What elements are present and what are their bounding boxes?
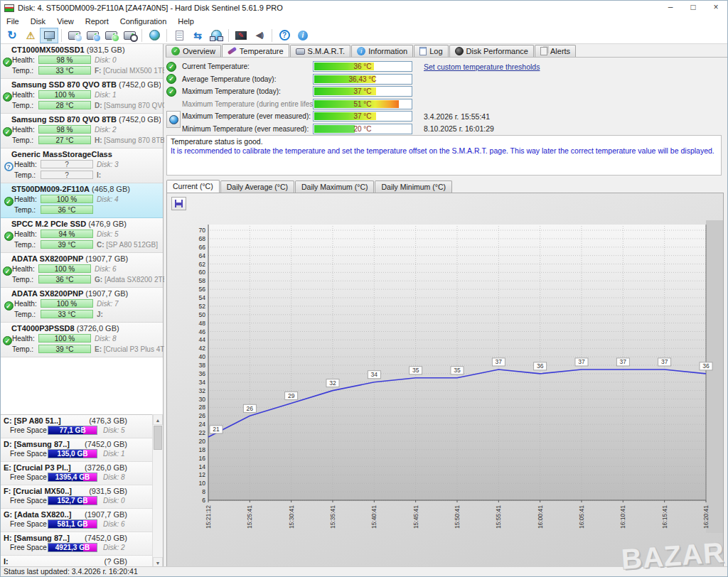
title-bar: Disk: 4. ST500DM009-2F110A [ZA47A0N5] - … (1, 1, 727, 15)
disk-test-button[interactable] (102, 28, 120, 43)
chart-tab-daily-average-c[interactable]: Daily Average (°C) (220, 180, 294, 193)
tab-disk-performance[interactable]: Disk Performance (449, 45, 534, 57)
disk-list-item[interactable]: CT4000P3PSSD8 (3726,0 GB)Health:100 %Dis… (1, 323, 163, 357)
free-space-label: Free Space (10, 426, 48, 434)
menu-view[interactable]: View (51, 17, 80, 26)
alert-button[interactable]: ⚠ (21, 28, 40, 43)
scroll-up-arrow-icon[interactable]: ▲ (153, 414, 163, 425)
disk-list-item[interactable]: SPCC M.2 PCIe SSD (476,9 GB)Health:94 %D… (1, 218, 163, 253)
disk-search-button[interactable] (120, 28, 139, 43)
info-button[interactable]: i (294, 28, 312, 43)
tab-log[interactable]: Log (414, 45, 448, 57)
tab-alerts[interactable]: Alerts (535, 45, 576, 57)
svg-text:32: 32 (329, 379, 336, 387)
disk-test-icon (105, 31, 117, 40)
partition-list-item[interactable]: D: [Samsung 87..](7452,0 GB)Free Space13… (1, 438, 153, 462)
svg-text:38: 38 (199, 362, 206, 369)
chart-tab-daily-minimum-c[interactable]: Daily Minimum (°C) (375, 180, 452, 193)
svg-text:37: 37 (661, 358, 668, 365)
partition-list-item[interactable]: G: [Adata SX820..](1907,7 GB)Free Space5… (1, 509, 153, 532)
minimize-button[interactable]: – (659, 1, 682, 15)
menu-disk[interactable]: Disk (25, 17, 51, 26)
disk-item-body: Health:100 %Disk: 4Temp.:36 °C (3, 193, 161, 215)
menu-help[interactable]: Help (172, 17, 200, 26)
disk-status-icon-column (3, 54, 12, 75)
temp-row: Temp.:33 °CJ: (14, 309, 161, 319)
svg-text:36: 36 (199, 370, 206, 377)
svg-text:48: 48 (199, 320, 206, 327)
tab-overview[interactable]: Overview (166, 45, 221, 57)
health-bar: 98 % (38, 55, 91, 64)
main-tab-bar: OverviewTemperatureS.M.A.R.T.Information… (166, 45, 728, 58)
menu-report[interactable]: Report (80, 17, 114, 26)
drive-letter: I: (97, 171, 101, 179)
free-space-value: 135,0 GB (48, 450, 97, 458)
disk-name: ST500DM009-2F110A (11, 185, 90, 193)
chart-tab-bar: Current (°C)Daily Average (°C)Daily Maxi… (166, 180, 453, 193)
disk-item-body: Health:100 %Disk: 1Temp.:28 °CD: [Samsun… (3, 89, 161, 110)
chart-tab-current-c[interactable]: Current (°C) (166, 180, 220, 193)
speaker-button[interactable]: ◀) (250, 28, 269, 43)
partition-letter: E: [Crucial P3 Pl..] (4, 463, 71, 472)
maximize-button[interactable]: □ (682, 1, 705, 15)
disk-list-item[interactable]: Samsung SSD 870 QVO 8TB (7452,0 GB)Healt… (1, 79, 163, 114)
health-ok-icon (4, 232, 14, 241)
partition-title: F: [Crucial MX50..](931,5 GB) (4, 487, 151, 495)
partition-list-item[interactable]: F: [Crucial MX50..](931,5 GB)Free Space1… (1, 485, 153, 509)
svg-text:16:10:41: 16:10:41 (619, 505, 626, 529)
refresh-button[interactable]: ↻ (3, 28, 21, 43)
svg-text:6: 6 (202, 497, 205, 504)
svg-text:35: 35 (412, 367, 419, 374)
scrollbar-thumb[interactable] (154, 426, 162, 450)
network-button[interactable] (207, 28, 225, 43)
partition-size: (476,3 GB) (89, 416, 127, 425)
temp-bar: 36 °C (38, 275, 91, 284)
globe-button[interactable] (145, 28, 164, 43)
partition-list-item[interactable]: C: [SP A80 51..](476,3 GB)Free Space77,1… (1, 415, 153, 438)
sync-button[interactable]: ⇆ (188, 28, 207, 43)
temperature-summary: Current Temperature:36 °CSet custom temp… (166, 60, 540, 135)
free-space-value: 1395,4 GB (48, 473, 97, 481)
partition-list-item[interactable]: H: [Samsung 87..](7452,0 GB)Free Space49… (1, 532, 153, 556)
menu-file[interactable]: File (1, 17, 25, 26)
report-button[interactable] (170, 28, 188, 43)
partition-scrollbar[interactable]: ▲ ▼ (152, 414, 163, 568)
tab-information[interactable]: Information (351, 45, 413, 57)
menu-configuration[interactable]: Configuration (114, 17, 172, 26)
disk-list-item[interactable]: ADATA SX8200PNP (1907,7 GB)Health:100 %D… (1, 253, 163, 288)
disk-name: CT4000P3PSSD8 (11, 324, 75, 333)
disk-status-icon-column: ? (3, 158, 14, 180)
chart-tab-daily-maximum-c[interactable]: Daily Maximum (°C) (295, 180, 374, 193)
temperature-offset-button[interactable] (166, 111, 181, 128)
partition-title: H: [Samsung 87..](7452,0 GB) (4, 534, 151, 542)
temperature-row-label: Maximum Temperature (ever measured): (182, 112, 313, 120)
partition-title: I:(? GB) (4, 557, 151, 566)
status-icon-column (166, 62, 182, 72)
disk-clock-button[interactable] (65, 28, 83, 43)
save-chart-button[interactable] (171, 197, 186, 210)
monitor-edit-button[interactable]: ✎ (232, 28, 250, 43)
disk-list-item[interactable]: CT1000MX500SSD1 (931,5 GB)Health:98 %Dis… (1, 44, 163, 79)
health-row: Health:100 %Disk: 7 (14, 298, 161, 308)
monitor-button[interactable] (40, 28, 58, 43)
svg-text:44: 44 (199, 336, 206, 343)
svg-text:14: 14 (199, 463, 206, 470)
tab-s-m-a-r-t[interactable]: S.M.A.R.T. (290, 45, 351, 57)
disk-list-item[interactable]: ADATA SX8200PNP (1907,7 GB)Health:100 %D… (1, 288, 163, 323)
network-icon (211, 30, 222, 41)
temperature-row: Minimum Temperature (ever measured):20 °… (166, 123, 540, 136)
disk-list-item[interactable]: Samsung SSD 870 QVO 8TB (7452,0 GB)Healt… (1, 114, 163, 149)
disk-title: CT1000MX500SSD1 (931,5 GB) (3, 45, 161, 54)
help-button[interactable]: ? (275, 28, 294, 43)
disk-size: (7452,0 GB) (117, 80, 161, 89)
disk-list-item[interactable]: Generic MassStorageClass?Health:?Disk: 3… (1, 149, 163, 183)
partition-list-item[interactable]: E: [Crucial P3 Pl..](3726,0 GB)Free Spac… (1, 462, 153, 485)
set-thresholds-link[interactable]: Set custom temperature thresholds (424, 63, 540, 71)
close-button[interactable]: × (705, 1, 727, 15)
disk-schedule-button[interactable] (83, 28, 102, 43)
free-space-label: Free Space (10, 544, 48, 551)
tab-temperature[interactable]: Temperature (222, 44, 289, 57)
status-icon-column (166, 87, 182, 97)
disk-list-item[interactable]: ST500DM009-2F110A (465,8 GB)Health:100 %… (1, 183, 163, 218)
temp-bar: ? (41, 171, 93, 179)
